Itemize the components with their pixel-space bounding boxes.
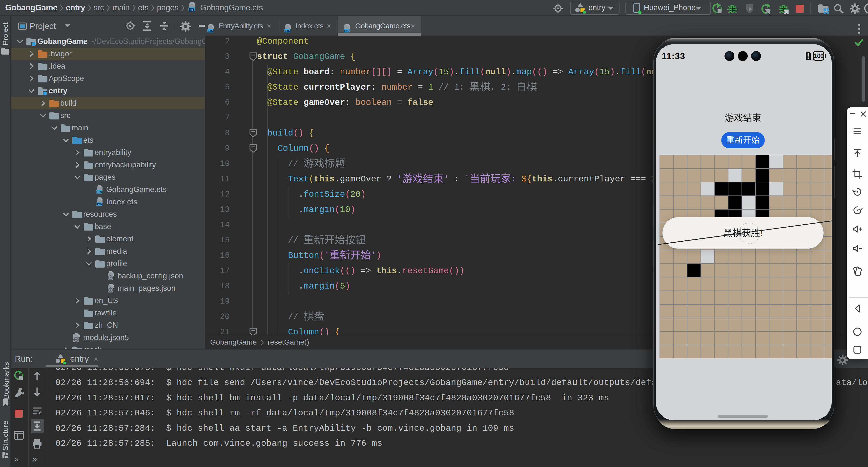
svg-text:ETS: ETS: [96, 190, 102, 194]
svg-text:ETS: ETS: [189, 8, 195, 11]
svg-text:ETS: ETS: [344, 29, 349, 33]
svg-text:ETS: ETS: [285, 29, 290, 33]
svg-text:ETS: ETS: [208, 29, 213, 33]
svg-text:ETS: ETS: [96, 203, 102, 206]
